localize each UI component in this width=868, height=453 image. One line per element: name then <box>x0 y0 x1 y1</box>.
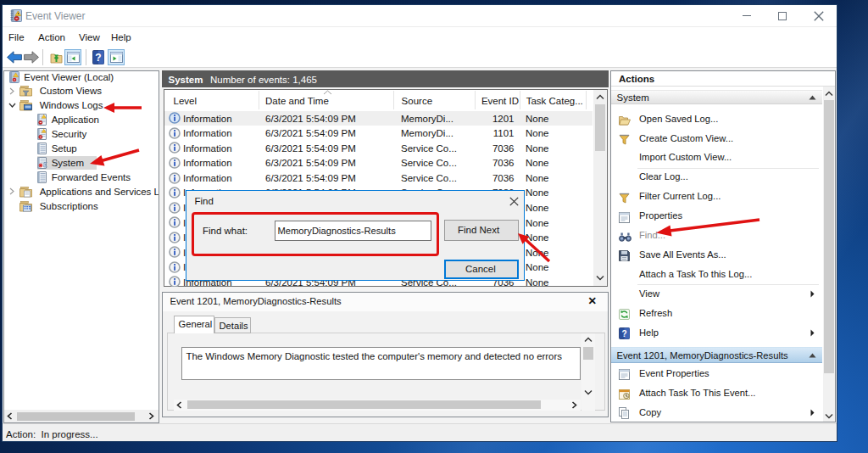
svg-text:?: ? <box>621 329 626 338</box>
svg-text:?: ? <box>95 52 101 64</box>
